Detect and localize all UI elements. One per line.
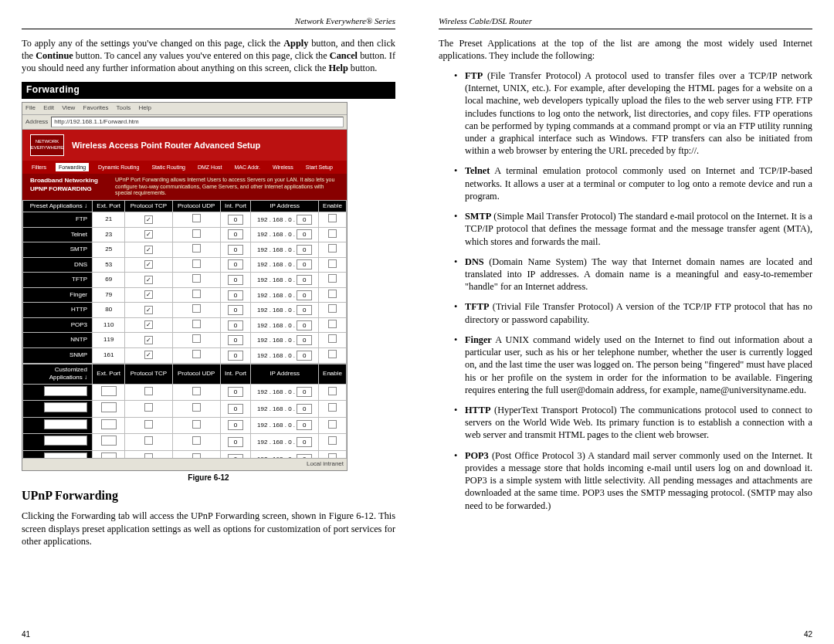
tcp-check[interactable]: ✓	[125, 347, 172, 363]
int-port-input[interactable]: 0	[220, 227, 250, 242]
ip-address[interactable]: 192 . 168 . 0 . 0	[251, 333, 319, 348]
int-port-input[interactable]: 0	[220, 287, 250, 303]
ext-port-input[interactable]	[93, 401, 125, 418]
tab-wireless[interactable]: Wireless	[270, 163, 297, 171]
int-port-input[interactable]: 0	[220, 273, 250, 288]
ext-port: 69	[93, 273, 125, 288]
tab-start-setup[interactable]: Start Setup	[303, 163, 336, 171]
udp-check[interactable]	[172, 287, 220, 303]
udp-check[interactable]	[172, 434, 220, 451]
menu-item[interactable]: Tools	[117, 104, 131, 111]
udp-check[interactable]	[172, 401, 220, 418]
udp-check[interactable]	[172, 347, 220, 363]
tab-filters[interactable]: Filters	[29, 163, 49, 171]
udp-check[interactable]	[172, 273, 220, 288]
int-port-input[interactable]: 0	[220, 347, 250, 363]
custom-name-input[interactable]	[23, 434, 93, 451]
custom-name-input[interactable]	[23, 417, 93, 434]
enable-check[interactable]	[319, 212, 347, 228]
int-port-input[interactable]: 0	[220, 401, 250, 418]
tcp-check[interactable]: ✓	[125, 303, 172, 318]
row-name: HTTP	[23, 303, 93, 318]
ip-address[interactable]: 192 . 168 . 0 . 0	[251, 303, 319, 318]
enable-check[interactable]	[319, 303, 347, 318]
ip-address[interactable]: 192 . 168 . 0 . 0	[251, 257, 319, 273]
enable-check[interactable]	[319, 227, 347, 242]
enable-check[interactable]	[319, 287, 347, 303]
udp-check[interactable]	[172, 317, 220, 333]
udp-check[interactable]	[172, 384, 220, 401]
int-port-input[interactable]: 0	[220, 242, 250, 258]
tab-dynamic-routing[interactable]: Dynamic Routing	[95, 163, 142, 171]
ip-address[interactable]: 192 . 168 . 0 . 0	[251, 347, 319, 363]
tab-forwarding[interactable]: Forwarding	[56, 163, 89, 171]
table-row: TFTP69✓0192 . 168 . 0 . 0	[23, 273, 347, 288]
udp-check[interactable]	[172, 417, 220, 434]
tcp-check[interactable]: ✓	[125, 227, 172, 242]
ip-address[interactable]: 192 . 168 . 0 . 0	[251, 317, 319, 333]
menu-item[interactable]: File	[25, 104, 36, 111]
tab-mac[interactable]: MAC Addr.	[231, 163, 263, 171]
custom-name-input[interactable]	[23, 401, 93, 418]
udp-check[interactable]	[172, 212, 220, 228]
tab-dmz[interactable]: DMZ Host	[195, 163, 225, 171]
ip-address[interactable]: 192 . 168 . 0 . 0	[251, 434, 319, 451]
enable-check[interactable]	[319, 333, 347, 348]
ip-address[interactable]: 192 . 168 . 0 . 0	[251, 384, 319, 401]
ip-address[interactable]: 192 . 168 . 0 . 0	[251, 287, 319, 303]
udp-check[interactable]	[172, 242, 220, 258]
int-port-input[interactable]: 0	[220, 212, 250, 228]
enable-check[interactable]	[319, 384, 347, 401]
tcp-check[interactable]: ✓	[125, 212, 172, 228]
int-port-input[interactable]: 0	[220, 257, 250, 273]
ip-address[interactable]: 192 . 168 . 0 . 0	[251, 401, 319, 418]
enable-check[interactable]	[319, 434, 347, 451]
int-port-input[interactable]: 0	[220, 384, 250, 401]
address-input[interactable]: http://192.168.1.1/Forward.htm	[51, 117, 344, 128]
int-port-input[interactable]: 0	[220, 303, 250, 318]
tcp-check[interactable]: ✓	[125, 333, 172, 348]
ext-port-input[interactable]	[93, 384, 125, 401]
menu-item[interactable]: Help	[139, 104, 151, 111]
enable-check[interactable]	[319, 273, 347, 288]
enable-check[interactable]	[319, 242, 347, 258]
tcp-check[interactable]: ✓	[125, 317, 172, 333]
menu-item[interactable]: Favorites	[83, 104, 109, 111]
int-port-input[interactable]: 0	[220, 317, 250, 333]
enable-check[interactable]	[319, 347, 347, 363]
tcp-check[interactable]	[125, 417, 172, 434]
udp-check[interactable]	[172, 227, 220, 242]
enable-check[interactable]	[319, 401, 347, 418]
ext-port-input[interactable]	[93, 434, 125, 451]
udp-check[interactable]	[172, 303, 220, 318]
figure-caption: Figure 6-12	[22, 473, 395, 483]
tcp-check[interactable]	[125, 384, 172, 401]
ip-address[interactable]: 192 . 168 . 0 . 0	[251, 417, 319, 434]
enable-check[interactable]	[319, 417, 347, 434]
ip-address[interactable]: 192 . 168 . 0 . 0	[251, 242, 319, 258]
tab-static-routing[interactable]: Static Routing	[148, 163, 188, 171]
menu-item[interactable]: View	[62, 104, 75, 111]
ip-address[interactable]: 192 . 168 . 0 . 0	[251, 273, 319, 288]
protocol-body: (File Transfer Protocol) A protocol used…	[465, 70, 812, 156]
ip-address[interactable]: 192 . 168 . 0 . 0	[251, 227, 319, 242]
browser-menubar: File Edit View Favorites Tools Help	[22, 103, 347, 115]
udp-check[interactable]	[172, 257, 220, 273]
menu-item[interactable]: Edit	[43, 104, 54, 111]
tcp-check[interactable]: ✓	[125, 287, 172, 303]
enable-check[interactable]	[319, 317, 347, 333]
udp-check[interactable]	[172, 333, 220, 348]
ext-port-input[interactable]	[93, 417, 125, 434]
tcp-check[interactable]	[125, 434, 172, 451]
tcp-check[interactable]: ✓	[125, 257, 172, 273]
tcp-check[interactable]: ✓	[125, 242, 172, 258]
enable-check[interactable]	[319, 257, 347, 273]
tcp-check[interactable]: ✓	[125, 273, 172, 288]
int-port-input[interactable]: 0	[220, 417, 250, 434]
tcp-check[interactable]	[125, 401, 172, 418]
custom-name-input[interactable]	[23, 384, 93, 401]
int-port-input[interactable]: 0	[220, 434, 250, 451]
ip-address[interactable]: 192 . 168 . 0 . 0	[251, 212, 319, 228]
int-port-input[interactable]: 0	[220, 333, 250, 348]
table-row: NNTP119✓0192 . 168 . 0 . 0	[23, 333, 347, 348]
